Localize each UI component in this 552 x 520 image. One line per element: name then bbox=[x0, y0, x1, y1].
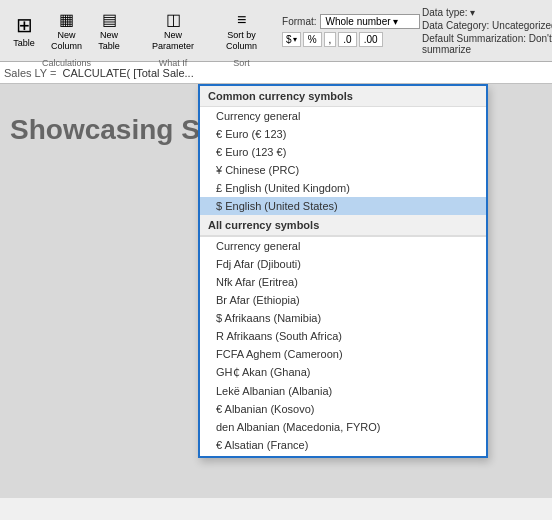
ribbon: ⊞ Table ▦ NewColumn ▤ NewTable Calculati… bbox=[0, 0, 552, 62]
item-currency-general[interactable]: Currency general bbox=[200, 107, 486, 125]
calculations-group: ⊞ Table ▦ NewColumn ▤ NewTable Calculati… bbox=[2, 4, 131, 57]
default-summarization-label: Default Summarization: Don't summarize bbox=[422, 33, 552, 55]
sort-icon: ≡ bbox=[237, 10, 246, 29]
decrease-decimal-icon: .0 bbox=[343, 34, 351, 45]
comma-button[interactable]: , bbox=[324, 32, 337, 47]
formula-content: CALCULATE( [Total Sale... bbox=[63, 67, 194, 79]
all-item-currency-general[interactable]: Currency general bbox=[200, 237, 486, 255]
item-euro-123-suffix[interactable]: € Euro (123 €) bbox=[200, 143, 486, 161]
new-parameter-label: NewParameter bbox=[152, 30, 194, 52]
dollar-icon: $ bbox=[286, 34, 292, 45]
all-item-fdj-afar[interactable]: Fdj Afar (Djibouti) bbox=[200, 255, 486, 273]
format-controls-row: $ ▾ % , .0 .00 bbox=[282, 32, 404, 47]
new-table-icon: ▤ bbox=[102, 10, 117, 29]
table-label: Table bbox=[13, 38, 35, 49]
new-table-button[interactable]: ▤ NewTable bbox=[91, 6, 127, 56]
percent-button[interactable]: % bbox=[303, 32, 322, 47]
what-if-group: ◫ NewParameter What If bbox=[141, 4, 205, 57]
main-content: Showcasing Sales P Common currency symbo… bbox=[0, 84, 552, 498]
increase-decimal-icon: .00 bbox=[364, 34, 378, 45]
all-item-ghs-akan[interactable]: GH₵ Akan (Ghana) bbox=[200, 363, 486, 382]
dollar-arrow: ▾ bbox=[293, 35, 297, 44]
data-type-label[interactable]: Data type: ▾ bbox=[422, 7, 552, 18]
all-item-leke-albanian[interactable]: Lekë Albanian (Albania) bbox=[200, 382, 486, 400]
all-item-chf-alsatian-liecht[interactable]: CHF Alsatian (Liechtenstein) bbox=[200, 454, 486, 456]
all-item-den-albanian-mak[interactable]: den Albanian (Macedonia, FYRO) bbox=[200, 418, 486, 436]
common-currency-header: Common currency symbols bbox=[200, 86, 486, 107]
format-row: Format: Whole number ▾ bbox=[282, 14, 404, 29]
format-dropdown[interactable]: Whole number ▾ bbox=[320, 14, 420, 29]
table-icon: ⊞ bbox=[16, 13, 33, 37]
new-column-button[interactable]: ▦ NewColumn bbox=[44, 6, 89, 56]
new-column-label: NewColumn bbox=[51, 30, 82, 52]
item-chinese-prc[interactable]: ¥ Chinese (PRC) bbox=[200, 161, 486, 179]
all-currency-list[interactable]: Currency general Fdj Afar (Djibouti) Nfk… bbox=[200, 236, 486, 456]
data-type-area: Data type: ▾ Data Category: Uncategorize… bbox=[418, 4, 552, 57]
comma-icon: , bbox=[329, 34, 332, 45]
sort-buttons: ≡ Sort byColumn bbox=[219, 6, 264, 56]
calculations-buttons: ⊞ Table ▦ NewColumn ▤ NewTable bbox=[6, 6, 127, 56]
decrease-decimal-button[interactable]: .0 bbox=[338, 32, 356, 47]
new-table-label: NewTable bbox=[98, 30, 120, 52]
format-value: Whole number ▾ bbox=[326, 16, 399, 27]
dollar-dropdown[interactable]: $ ▾ bbox=[282, 32, 301, 47]
formula-label: Sales LY = bbox=[4, 67, 57, 79]
new-column-icon: ▦ bbox=[59, 10, 74, 29]
sort-group-label: Sort bbox=[233, 58, 250, 68]
all-item-euro-alsatian-france[interactable]: € Alsatian (France) bbox=[200, 436, 486, 454]
data-category-label: Data Category: Uncategorized bbox=[422, 20, 552, 31]
item-english-uk[interactable]: £ English (United Kingdom) bbox=[200, 179, 486, 197]
format-label: Format: bbox=[282, 16, 316, 27]
percent-icon: % bbox=[308, 34, 317, 45]
what-if-buttons: ◫ NewParameter bbox=[145, 6, 201, 56]
new-parameter-icon: ◫ bbox=[166, 10, 181, 29]
all-item-euro-albanian-kosovo[interactable]: € Albanian (Kosovo) bbox=[200, 400, 486, 418]
currency-dropdown-container: Common currency symbols Currency general… bbox=[198, 84, 488, 458]
common-currency-list: Currency general € Euro (€ 123) € Euro (… bbox=[200, 107, 486, 215]
table-button[interactable]: ⊞ Table bbox=[6, 9, 42, 53]
sort-by-column-button[interactable]: ≡ Sort byColumn bbox=[219, 6, 264, 56]
all-item-br-afar[interactable]: Br Afar (Ethiopia) bbox=[200, 291, 486, 309]
sort-by-column-label: Sort byColumn bbox=[226, 30, 257, 52]
all-currency-header: All currency symbols bbox=[200, 215, 486, 236]
all-item-afrikaans-sa[interactable]: R Afrikaans (South Africa) bbox=[200, 327, 486, 345]
format-area: Format: Whole number ▾ $ ▾ % , .0 .00 bbox=[278, 4, 408, 57]
all-item-fcfa-aghem[interactable]: FCFA Aghem (Cameroon) bbox=[200, 345, 486, 363]
all-item-nfk-afar[interactable]: Nfk Afar (Eritrea) bbox=[200, 273, 486, 291]
item-english-us[interactable]: $ English (United States) bbox=[200, 197, 486, 215]
item-euro-123[interactable]: € Euro (€ 123) bbox=[200, 125, 486, 143]
new-parameter-button[interactable]: ◫ NewParameter bbox=[145, 6, 201, 56]
currency-dropdown: Common currency symbols Currency general… bbox=[198, 84, 488, 458]
sort-group: ≡ Sort byColumn Sort bbox=[215, 4, 268, 57]
all-item-afrikaans-namibia[interactable]: $ Afrikaans (Namibia) bbox=[200, 309, 486, 327]
increase-decimal-button[interactable]: .00 bbox=[359, 32, 383, 47]
